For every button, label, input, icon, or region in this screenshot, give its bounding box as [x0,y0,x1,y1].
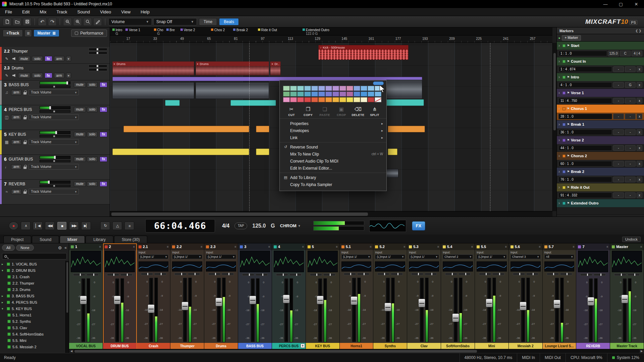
marker-field[interactable]: 4 | 4 [632,51,642,56]
fader-cap[interactable] [384,303,391,311]
color-swatch[interactable] [361,97,367,102]
mixer-strip-2-2[interactable]: 2.2≡Input:(L)Input 1/▾0-9-18-27-360-9-18… [170,243,204,349]
input-select[interactable]: (L)Input 1/▾ [341,254,372,259]
eq-display[interactable] [443,261,473,272]
marker-row-chorus-2[interactable]: ›⚑Chorus 260 : 1 . 0--x [557,152,644,168]
marker-field[interactable]: - [625,129,636,135]
send-slider[interactable] [154,273,166,275]
mixer-horizontal-scrollbar[interactable]: ◀ ▶ [69,349,644,353]
marker-delete-button[interactable]: x [637,114,642,119]
caret-button[interactable]: ∧ [21,222,31,230]
timeline-section-ride-it-out[interactable]: Ride it Out [258,28,277,32]
mixer-strip-5[interactable]: 5≡0-9-18-27-360-9-18-27-36KEY BUS [306,243,340,349]
mixer-strip-1[interactable]: 1≡0-9-18-27-360-9-18-27-36VOCAL BUS [69,243,103,349]
volume-fader[interactable] [352,278,356,342]
clip-drums[interactable]: ▸Drums [196,61,269,75]
track-volume-slider[interactable] [89,48,107,51]
track-volume-mode-select[interactable]: Track Volume▾ [29,139,79,145]
mixer-strip-5-1[interactable]: 5.1≡Input:(L)Input 1/▾0-9-18-27-360-9-18… [340,243,374,349]
fader-cap[interactable] [553,300,560,308]
marker-field[interactable]: G [625,82,636,88]
marker-field[interactable]: - [625,98,636,104]
chevron-icon[interactable]: › [558,59,561,64]
lock-icon[interactable] [23,140,27,144]
chevron-right-icon[interactable]: ▸ [559,36,560,40]
menu-item-view[interactable]: View [116,8,136,16]
pencil-icon[interactable]: ✎ [4,57,9,61]
send-slider[interactable] [377,273,389,275]
mute-button[interactable]: mute [74,107,86,112]
chevron-right-icon[interactable]: ▸ [2,294,5,298]
fx-button[interactable]: fx [45,56,52,61]
strip-name-label[interactable]: Lounge Lizard S... [543,343,576,349]
clip[interactable] [386,99,424,106]
eq-display[interactable] [206,261,236,272]
send-slider[interactable] [73,274,85,276]
track-row-key-bus[interactable]: 5KEY BUSmutesolofx▦armTrack Volume▾ [0,130,110,155]
track-row-guitar-bus[interactable]: 6GUITAR BUSmutesolofx♩armTrack Volume▾ [0,155,110,180]
strip-menu-icon[interactable]: ≡ [268,245,270,248]
tree-item-1-vocal-bus[interactable]: ▸1. VOCAL BUS [0,261,65,267]
fader-cap[interactable] [215,298,222,306]
strip-menu-icon[interactable]: ≡ [167,245,168,248]
mixer-strip-5-6[interactable]: 5.6≡Input:Channel 3▾0-9-18-27-360-9-18-2… [509,243,543,349]
mixer-strip-2[interactable]: 2≡0-9-18-27-360-9-18-27-36DRUM BUS [103,243,137,349]
strip-name-label[interactable]: PERCS BUS+ [272,343,306,349]
speaker-icon[interactable] [11,74,16,77]
strip-name-label[interactable]: SoftHornStabs [441,343,475,349]
input-select[interactable]: Channel 3▾ [511,254,541,259]
marker-field[interactable]: - [613,161,624,167]
clip[interactable] [256,148,269,155]
marker-row-start[interactable]: ›⚑Start1 : 1 . 0125.0C4 | 4 [557,42,644,57]
cut-action[interactable]: ✂CUT [284,106,299,117]
send-slider[interactable] [242,274,254,276]
chevron-right-icon[interactable]: ▸ [2,262,5,266]
timeline-section-verse-2[interactable]: Verse 2 [180,28,195,32]
timeline-section-intro[interactable]: IntroG [112,28,122,36]
marker-field[interactable]: - [625,145,636,151]
add-send-button[interactable]: + [301,344,305,348]
arm-button[interactable]: arm [11,139,21,145]
eq-display[interactable] [274,251,304,272]
tab-library[interactable]: Library [86,236,113,243]
chevron-icon[interactable]: › [558,138,561,142]
context-item-mix-to-new-clip[interactable]: Mix To New Clipctrl + W [280,150,386,158]
fader-cap[interactable] [520,302,527,310]
midi-in-status[interactable]: MIDI In [517,353,540,362]
fader-cap[interactable] [148,304,155,313]
strip-menu-icon[interactable]: ≡ [573,245,574,248]
mute-button[interactable]: mute [74,132,86,137]
strip-menu-icon[interactable]: ≡ [437,245,439,248]
fx-button[interactable]: fx [100,132,107,137]
add-track-button[interactable]: +Track [3,29,23,37]
color-swatch[interactable] [297,86,304,91]
input-select[interactable]: (L)Input 1/▾ [172,254,202,259]
tree-item-5-2-synths[interactable]: 5.2. Synths [0,318,65,324]
marker-delete-button[interactable]: x [637,177,642,182]
strip-menu-icon[interactable]: ≡ [133,245,135,248]
clip[interactable] [165,100,180,106]
tree-item-5-key-bus[interactable]: ▾5. KEY BUS [0,305,65,312]
context-item-properties[interactable]: Properties▸ [280,120,386,127]
color-swatch[interactable] [318,97,325,102]
chevron-icon[interactable]: › [558,43,561,48]
crop-action[interactable]: ▣CROP [334,106,349,117]
send-slider[interactable] [174,273,186,275]
send-slider[interactable] [560,273,572,275]
scrollbar-thumb[interactable] [111,213,368,216]
color-swatch[interactable] [318,92,325,97]
send-slider[interactable] [614,274,626,276]
strip-name-label[interactable]: Master Track [610,343,644,349]
arm-button[interactable]: arm [54,73,64,78]
arm-button[interactable]: arm [11,164,21,170]
track-list-icon[interactable]: ≣ [24,29,32,37]
color-swatch[interactable] [304,86,311,91]
fader-cap[interactable] [587,297,594,306]
tab-mixer[interactable]: Mixer [60,236,85,243]
arm-button[interactable]: arm [11,115,21,120]
marker-row-count-in[interactable]: ›⚑Count In1 : 4 . 874--x [557,57,644,73]
tree-item-5-6-messiah-2[interactable]: 5.6. Messiah 2 [0,344,65,350]
strip-menu-icon[interactable]: ≡ [302,245,304,248]
split-action[interactable]: ⋔SPLIT [367,106,382,117]
menu-item-sound[interactable]: Sound [72,8,95,16]
